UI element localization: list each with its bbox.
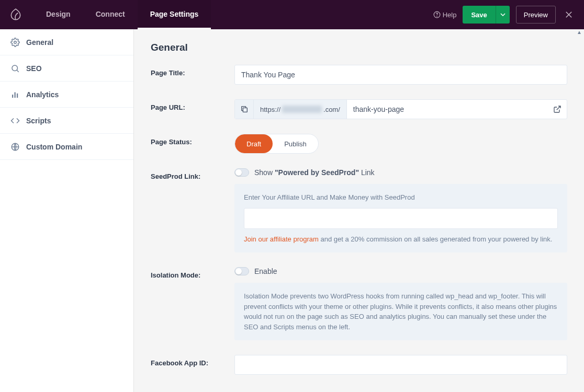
sidebar-item-analytics[interactable]: Analytics <box>0 82 133 108</box>
affiliate-program-link[interactable]: Join our affiliate program <box>244 235 319 243</box>
page-url-prefix: https://.com/ <box>254 100 347 119</box>
page-url-slug-input[interactable] <box>347 100 548 119</box>
affiliate-url-input[interactable] <box>244 208 558 229</box>
affiliate-title: Enter Your Affiliate URL and Make Money … <box>244 192 558 203</box>
topbar-right: Help Save Preview <box>433 6 576 24</box>
nav-design[interactable]: Design <box>33 0 83 29</box>
isolation-mode-switch[interactable] <box>234 267 249 275</box>
preview-button[interactable]: Preview <box>516 6 556 24</box>
code-icon <box>10 116 20 125</box>
workspace: General SEO Analytics Scripts Custom Dom… <box>0 29 584 392</box>
status-toggle: Draft Publish <box>234 134 319 154</box>
status-draft-button[interactable]: Draft <box>235 134 273 153</box>
copy-url-button[interactable] <box>235 100 254 119</box>
save-button-group: Save <box>463 6 509 24</box>
svg-rect-8 <box>243 108 247 112</box>
copy-icon <box>240 105 249 113</box>
row-page-title: Page Title: <box>151 65 567 85</box>
scroll-up-icon[interactable]: ▲ <box>577 29 582 35</box>
sidebar-item-seo[interactable]: SEO <box>0 55 133 82</box>
sidebar-item-general[interactable]: General <box>0 29 133 55</box>
help-icon <box>433 11 441 18</box>
nav-connect[interactable]: Connect <box>83 0 138 29</box>
isolation-mode-label: Isolation Mode: <box>151 267 234 279</box>
bars-icon <box>10 90 20 99</box>
seedprod-link-label: SeedProd Link: <box>151 168 234 180</box>
save-button[interactable]: Save <box>463 6 496 24</box>
row-isolation-mode: Isolation Mode: Enable Isolation Mode pr… <box>151 267 567 340</box>
row-page-url: Page URL: https://.com/ <box>151 99 567 119</box>
page-title-label: Page Title: <box>151 65 234 77</box>
section-title: General <box>151 42 567 53</box>
seedprod-link-text: Show "Powered by SeedProd" Link <box>254 168 375 177</box>
page-url-label: Page URL: <box>151 99 234 111</box>
svg-point-2 <box>14 41 17 43</box>
sidebar-item-custom-domain[interactable]: Custom Domain <box>0 134 133 160</box>
affiliate-description: Join our affiliate program and get a 20%… <box>244 234 558 245</box>
page-status-label: Page Status: <box>151 134 234 146</box>
open-in-new-icon <box>553 105 561 113</box>
status-publish-button[interactable]: Publish <box>273 134 318 153</box>
page-url-group: https://.com/ <box>234 99 567 119</box>
seedprod-link-switch[interactable] <box>234 168 249 177</box>
sidebar: General SEO Analytics Scripts Custom Dom… <box>0 29 134 392</box>
open-url-button[interactable] <box>548 100 567 119</box>
sidebar-item-scripts[interactable]: Scripts <box>0 108 133 134</box>
page-title-input[interactable] <box>234 65 567 85</box>
svg-point-3 <box>12 65 18 71</box>
content: ▲ General Page Title: Page URL: https://… <box>134 29 584 392</box>
row-page-status: Page Status: Draft Publish <box>151 134 567 154</box>
gear-icon <box>10 38 20 47</box>
close-button[interactable] <box>562 8 576 21</box>
isolation-enable-text: Enable <box>254 267 277 275</box>
logo <box>8 7 23 22</box>
close-icon <box>564 10 574 19</box>
row-seedprod-link: SeedProd Link: Show "Powered by SeedProd… <box>151 168 567 252</box>
isolation-description: Isolation Mode prevents two WordPress ho… <box>234 283 567 340</box>
svg-rect-4 <box>12 95 13 98</box>
svg-rect-6 <box>17 93 18 97</box>
save-dropdown[interactable] <box>496 6 510 24</box>
facebook-app-id-label: Facebook App ID: <box>151 355 234 367</box>
affiliate-box: Enter Your Affiliate URL and Make Money … <box>234 184 567 252</box>
chevron-down-icon <box>500 12 506 17</box>
facebook-app-id-input[interactable] <box>234 355 567 375</box>
top-nav: Design Connect Page Settings <box>33 0 211 29</box>
search-icon <box>10 64 20 73</box>
svg-point-1 <box>436 16 437 17</box>
row-facebook-app-id: Facebook App ID: <box>151 355 567 375</box>
help-link[interactable]: Help <box>433 11 457 19</box>
nav-page-settings[interactable]: Page Settings <box>138 0 211 29</box>
globe-icon <box>10 142 20 152</box>
topbar: Design Connect Page Settings Help Save P… <box>0 0 584 29</box>
svg-rect-5 <box>15 92 16 98</box>
